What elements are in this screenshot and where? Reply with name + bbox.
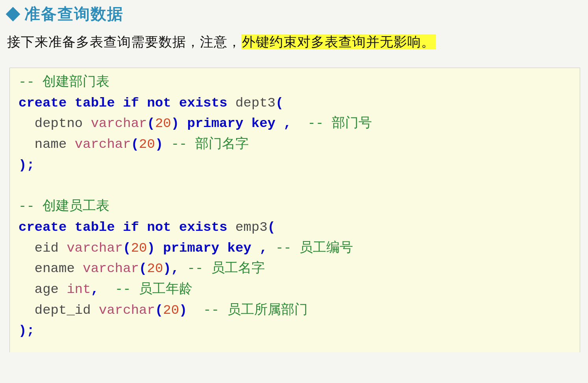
code-comment: -- 员工名字 [187, 261, 265, 276]
type-varchar: varchar [99, 303, 155, 318]
type-varchar: varchar [91, 116, 147, 131]
punct-lparen: ( [131, 137, 139, 152]
kw-key: key [251, 116, 276, 131]
punct-rparen: ) [155, 137, 163, 152]
kw-if: if [123, 96, 139, 110]
punct-comma: , [171, 261, 179, 276]
punct-lparen: ( [147, 116, 155, 131]
num-20: 20 [139, 137, 155, 152]
col-eid: eid [35, 241, 59, 256]
num-20: 20 [155, 116, 171, 131]
kw-not: not [147, 220, 171, 235]
intro-paragraph: 接下来准备多表查询需要数据，注意，外键约束对多表查询并无影响。 [7, 32, 582, 52]
num-20: 20 [147, 261, 163, 276]
code-comment: -- 创建部门表 [18, 75, 109, 90]
punct-lparen: ( [268, 220, 276, 235]
code-comment: -- 员工所属部门 [203, 303, 307, 318]
punct-comma: , [259, 241, 267, 256]
intro-highlight: 外键约束对多表查询并无影响。 [241, 34, 436, 49]
punct-rparen: ) [147, 241, 155, 256]
type-varchar: varchar [67, 241, 123, 256]
type-int: int [67, 282, 91, 297]
heading-text: 准备查询数据 [24, 3, 124, 25]
punct-rparen-semi: ); [18, 158, 35, 173]
kw-if: if [123, 220, 139, 235]
punct-comma: , [283, 116, 291, 131]
col-dept-id: dept_id [35, 303, 91, 318]
num-20: 20 [163, 303, 179, 318]
intro-prefix: 接下来准备多表查询需要数据，注意， [7, 34, 241, 49]
table-name-emp3: emp3 [235, 220, 268, 235]
code-comment: -- 部门名字 [171, 137, 249, 152]
code-comment: -- 员工编号 [276, 241, 353, 256]
kw-exists: exists [179, 96, 227, 110]
kw-create: create [18, 96, 67, 110]
type-varchar: varchar [75, 137, 131, 152]
document-page: 准备查询数据 接下来准备多表查询需要数据，注意，外键约束对多表查询并无影响。 -… [0, 0, 588, 362]
punct-rparen: ) [179, 303, 187, 318]
diamond-bullet-icon [6, 7, 20, 21]
table-name-dept3: dept3 [235, 96, 276, 110]
punct-lparen: ( [139, 261, 147, 276]
punct-lparen: ( [276, 96, 283, 110]
kw-exists: exists [179, 220, 227, 235]
col-name: name [35, 137, 67, 152]
kw-primary: primary [163, 241, 219, 256]
punct-rparen: ) [163, 261, 171, 276]
punct-rparen-semi: ); [18, 323, 35, 338]
kw-create: create [18, 220, 67, 235]
kw-table: table [75, 96, 115, 110]
punct-comma: , [91, 282, 99, 297]
punct-rparen: ) [171, 116, 179, 131]
type-varchar: varchar [83, 261, 139, 276]
section-heading: 准备查询数据 [6, 3, 582, 25]
kw-table: table [75, 220, 115, 235]
punct-lparen: ( [123, 241, 131, 256]
num-20: 20 [131, 241, 147, 256]
col-deptno: deptno [35, 116, 83, 131]
kw-key: key [227, 241, 251, 256]
punct-lparen: ( [155, 303, 163, 318]
kw-primary: primary [187, 116, 244, 131]
code-comment: -- 创建员工表 [18, 199, 109, 214]
code-comment: -- 员工年龄 [115, 282, 192, 297]
col-ename: ename [35, 261, 75, 276]
kw-not: not [147, 96, 171, 110]
col-age: age [35, 282, 59, 297]
sql-code-block: -- 创建部门表 create table if not exists dept… [9, 68, 580, 352]
code-comment: -- 部门号 [308, 116, 372, 131]
